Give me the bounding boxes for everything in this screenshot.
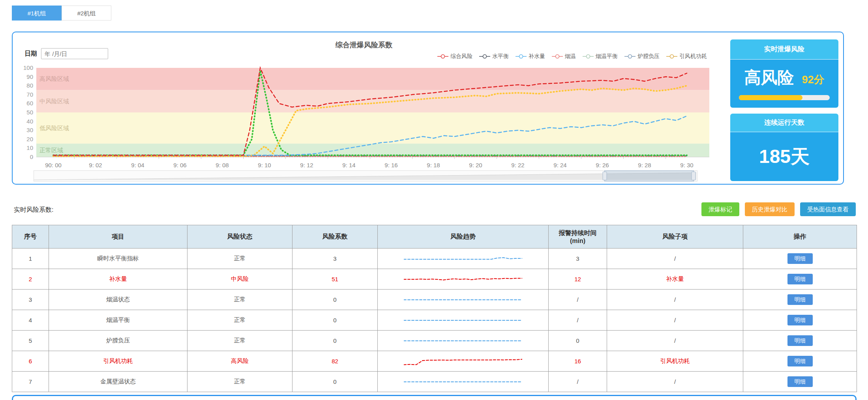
datazoom-handle-right[interactable] [691,172,696,180]
cell-sub-item: / [607,249,743,269]
action-buttons: 泄爆标记历史泄爆对比受热面信息查看 [701,202,856,216]
date-filter: 日期 [24,48,108,59]
table-header-cell: 项目 [49,225,187,249]
cell-item: 烟温平衡 [49,310,187,331]
action-button-3[interactable]: 受热面信息查看 [800,202,856,216]
x-tick-label: 9: 24 [553,162,566,168]
cell-no: 2 [12,269,49,290]
chart-title: 综合泄爆风险系数 [13,40,715,50]
cell-status: 正常 [187,290,292,310]
legend-item[interactable]: 综合风险 [437,53,472,60]
cell-trend [378,372,549,392]
detail-button[interactable]: 明细 [787,335,813,346]
cell-trend [378,331,549,351]
risk-table-body: 1瞬时水平衡指标正常33/明细2补水量中风险5112补水量明细3烟温状态正常0/… [12,249,857,392]
legend-item[interactable]: 炉膛负压 [624,53,660,60]
cell-sub-item: 引风机功耗 [607,351,743,372]
x-tick-label: 9: 10 [258,162,271,168]
legend-item[interactable]: 补水量 [515,53,545,60]
cell-no: 6 [12,351,49,372]
y-tick-label: 90 [26,73,33,80]
y-tick-label: 70 [26,91,33,98]
date-input[interactable] [41,48,108,59]
legend-marker-icon [515,54,527,59]
cell-status: 正常 [187,372,292,392]
cell-alarm-duration: / [549,372,607,392]
table-row: 1瞬时水平衡指标正常33/明细 [12,249,857,269]
cell-trend [378,310,549,331]
datazoom-slider[interactable] [34,170,697,181]
legend-label: 补水量 [529,53,545,60]
datazoom-window[interactable] [604,170,694,181]
legend-label: 水平衡 [492,53,509,60]
legend-marker-icon [666,54,678,59]
cell-sub-item: / [607,372,743,392]
detail-button[interactable]: 明细 [787,294,813,305]
table-header-cell: 风险子项 [607,225,743,249]
detail-button[interactable]: 明细 [787,356,813,366]
unit-tabs: #1机组#2机组 [12,6,111,21]
cell-coefficient: 0 [292,310,378,331]
trend-sparkline [404,376,522,387]
running-days-card: 连续运行天数 185天 [730,114,838,181]
legend-marker-icon [551,54,563,59]
trend-sparkline [404,315,522,326]
table-row: 5炉膛负压正常00/明细 [12,331,857,351]
y-tick-label: 80 [26,82,33,89]
legend-marker-icon [437,54,449,59]
detail-button[interactable]: 明细 [787,253,813,264]
cell-action: 明细 [743,351,857,372]
legend-item[interactable]: 烟温平衡 [582,53,618,60]
action-button-1[interactable]: 泄爆标记 [701,202,739,216]
y-tick-label: 20 [26,136,33,142]
cell-alarm-duration: / [549,310,607,331]
y-tick-label: 50 [26,109,33,116]
cell-item: 金属壁温状态 [49,372,187,392]
cell-alarm-duration: 0 [549,331,607,351]
cell-action: 明细 [743,372,857,392]
cell-no: 5 [12,331,49,351]
zone-band [36,68,709,90]
risk-score-value: 92分 [802,73,824,87]
y-tick-label: 60 [26,100,33,107]
cell-alarm-duration: 16 [549,351,607,372]
table-row: 7金属壁温状态正常0//明细 [12,372,857,392]
table-header-cell: 风险状态 [187,225,292,249]
cell-action: 明细 [743,269,857,290]
tab-unit-1[interactable]: #1机组 [12,6,62,21]
cell-status: 高风险 [187,351,292,372]
table-header-cell: 风险趋势 [378,225,549,249]
detail-button[interactable]: 明细 [787,315,813,325]
detail-button[interactable]: 明细 [787,376,813,387]
cell-no: 4 [12,310,49,331]
realtime-risk-card: 实时泄爆风险 高风险 92分 [730,39,838,108]
risk-card-body: 高风险 92分 [730,60,838,108]
detail-button[interactable]: 明细 [787,274,813,284]
cell-no: 1 [12,249,49,269]
cell-coefficient: 51 [292,269,378,290]
legend-item[interactable]: 水平衡 [479,53,509,60]
risk-chart: 高风险区域中风险区域低风险区域正常区域010203040506070809010… [21,63,723,181]
cell-item: 炉膛负压 [49,331,187,351]
cell-alarm-duration: / [549,290,607,310]
legend-item[interactable]: 烟温 [551,53,576,60]
action-button-2[interactable]: 历史泄爆对比 [745,202,795,216]
trend-sparkline [404,274,522,285]
legend-item[interactable]: 引风机功耗 [666,53,707,60]
risk-progress-track [739,95,830,100]
datazoom-handle-left[interactable] [602,172,607,180]
table-header-cell: 报警持续时间 (min) [549,225,607,249]
zone-label: 正常区域 [39,147,63,153]
table-header-cell: 风险系数 [292,225,378,249]
y-tick-label: 100 [23,64,33,71]
zone-label: 低风险区域 [39,125,69,131]
tab-unit-2[interactable]: #2机组 [62,6,111,21]
cell-no: 3 [12,290,49,310]
cell-coefficient: 0 [292,290,378,310]
risk-progress-fill [739,95,802,100]
risk-table-header-row: 序号项目风险状态风险系数风险趋势报警持续时间 (min)风险子项操作 [12,225,857,249]
x-tick-label: 90: 00 [45,162,62,168]
running-days-value: 185天 [759,144,810,169]
days-card-body: 185天 [730,132,838,181]
table-row: 4烟温平衡正常0//明细 [12,310,857,331]
